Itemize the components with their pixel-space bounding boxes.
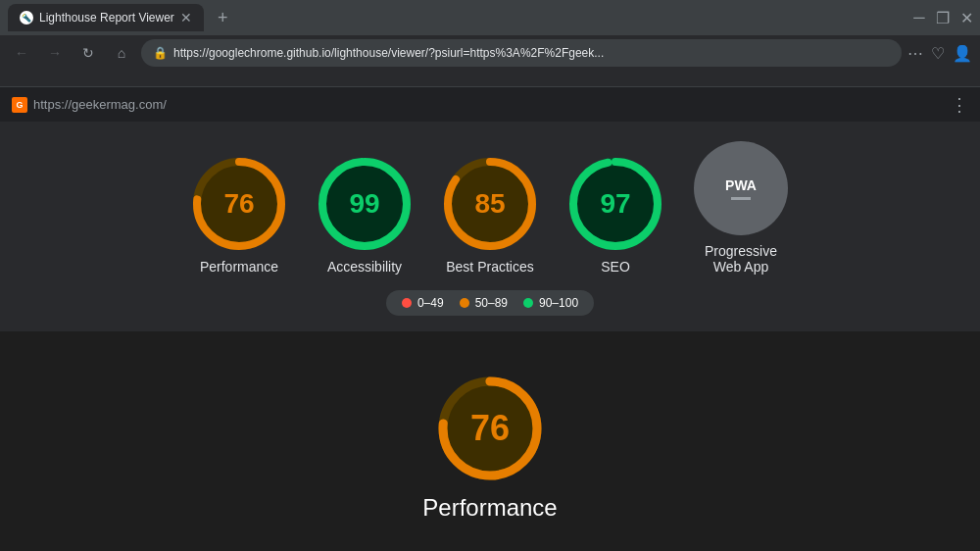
legend-red: 0–49 xyxy=(402,296,444,310)
browser-chrome: 🔦 Lighthouse Report Viewer ✕ + ─ ❐ ✕ ← →… xyxy=(0,0,980,86)
address-bar[interactable]: 🔒 https://googlechrome.github.io/lightho… xyxy=(141,39,902,67)
back-button[interactable]: ← xyxy=(8,39,35,67)
scores-section: 76 Performance 99 Accessibility xyxy=(0,122,980,331)
score-accessibility[interactable]: 99 Accessibility xyxy=(318,157,412,275)
score-value-seo: 97 xyxy=(600,188,630,220)
legend-dot-red xyxy=(402,298,412,308)
score-value-best-practices: 85 xyxy=(474,188,505,220)
site-favicon: G xyxy=(12,97,27,113)
site-url-text: https://geekermag.com/ xyxy=(33,97,167,112)
score-performance[interactable]: 76 Performance xyxy=(192,157,286,275)
refresh-button[interactable]: ↻ xyxy=(74,39,102,67)
score-circle-best-practices: 85 xyxy=(443,157,537,251)
close-button[interactable]: ✕ xyxy=(960,12,972,24)
nav-icons: ⋯ ♡ 👤 xyxy=(907,44,972,63)
score-label-performance: Performance xyxy=(200,259,278,275)
score-label-accessibility: Accessibility xyxy=(327,259,402,275)
tab-close-button[interactable]: ✕ xyxy=(180,10,192,25)
site-url: G https://geekermag.com/ xyxy=(12,97,167,113)
new-tab-button[interactable]: + xyxy=(210,8,236,28)
score-label-seo: SEO xyxy=(601,259,630,275)
pwa-circle: PWA xyxy=(694,141,788,235)
tab-title: Lighthouse Report Viewer xyxy=(39,11,174,25)
nav-bar: ← → ↻ ⌂ 🔒 https://googlechrome.github.io… xyxy=(0,35,980,71)
minimize-button[interactable]: ─ xyxy=(913,12,925,24)
score-best-practices[interactable]: 85 Best Practices xyxy=(443,157,537,275)
site-bar: G https://geekermag.com/ ⋮ xyxy=(0,86,980,122)
legend-green: 90–100 xyxy=(523,296,578,310)
score-label-pwa: ProgressiveWeb App xyxy=(705,243,777,275)
score-seo[interactable]: 97 SEO xyxy=(568,157,662,275)
browser-tab[interactable]: 🔦 Lighthouse Report Viewer ✕ xyxy=(8,4,204,31)
legend-label-green: 90–100 xyxy=(539,296,578,310)
score-pwa[interactable]: PWA ProgressiveWeb App xyxy=(694,141,788,275)
score-circle-seo: 97 xyxy=(568,157,662,251)
profile-icon[interactable]: 👤 xyxy=(953,44,972,63)
site-menu-icon[interactable]: ⋮ xyxy=(951,94,968,116)
url-text: https://googlechrome.github.io/lighthous… xyxy=(173,46,890,60)
perf-score-section: 76 Performance xyxy=(0,351,980,551)
forward-button[interactable]: → xyxy=(41,39,69,67)
big-score-number: 76 xyxy=(470,408,510,449)
maximize-button[interactable]: ❐ xyxy=(937,12,949,24)
legend-label-orange: 50–89 xyxy=(475,296,508,310)
legend: 0–49 50–89 90–100 xyxy=(386,290,594,316)
pwa-dash xyxy=(731,197,751,200)
page-content: 76 Performance 99 Accessibility xyxy=(0,122,980,551)
scores-row: 76 Performance 99 Accessibility xyxy=(192,141,788,275)
lock-icon: 🔒 xyxy=(153,46,168,60)
pwa-label: PWA xyxy=(725,177,757,193)
title-bar: 🔦 Lighthouse Report Viewer ✕ + ─ ❐ ✕ xyxy=(0,0,980,35)
tab-favicon: 🔦 xyxy=(20,11,33,25)
legend-dot-orange xyxy=(460,298,469,308)
legend-label-red: 0–49 xyxy=(417,296,444,310)
score-value-accessibility: 99 xyxy=(349,188,379,220)
legend-orange: 50–89 xyxy=(460,296,508,310)
home-button[interactable]: ⌂ xyxy=(108,39,135,67)
big-score-circle: 76 xyxy=(436,375,544,482)
score-value-performance: 76 xyxy=(223,188,254,220)
detail-section: 76 Performance Metrics ⊞ ☰ First Content… xyxy=(0,331,980,551)
score-label-best-practices: Best Practices xyxy=(446,259,533,275)
window-controls: ─ ❐ ✕ xyxy=(913,12,972,24)
perf-title: Performance xyxy=(422,494,557,522)
bookmark-icon[interactable]: ♡ xyxy=(931,44,945,63)
extensions-icon[interactable]: ⋯ xyxy=(907,44,923,63)
legend-dot-green xyxy=(523,298,533,308)
score-circle-performance: 76 xyxy=(192,157,286,251)
score-circle-accessibility: 99 xyxy=(318,157,412,251)
